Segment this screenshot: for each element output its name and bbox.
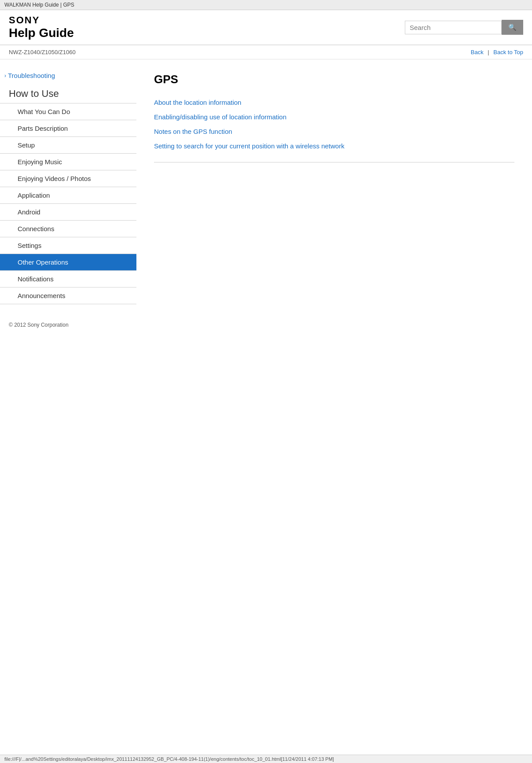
content-link-item: Setting to search for your current posit… <box>154 139 514 153</box>
page-footer: © 2012 Sony Corporation <box>0 313 532 337</box>
sidebar-item-notifications[interactable]: Notifications <box>0 270 136 287</box>
sidebar-item-enjoying-music[interactable]: Enjoying Music <box>0 153 136 170</box>
sidebar-item-application[interactable]: Application <box>0 187 136 203</box>
site-header: SONY Help Guide 🔍 <box>0 10 532 45</box>
sub-header-links: Back | Back to Top <box>468 49 523 55</box>
content-link-item: Enabling/disabling use of location infor… <box>154 110 514 124</box>
search-input[interactable] <box>405 21 502 34</box>
sidebar-item-parts-description[interactable]: Parts Description <box>0 120 136 136</box>
search-button[interactable]: 🔍 <box>502 20 523 35</box>
pipe-separator: | <box>488 49 489 55</box>
sidebar: › Troubleshooting How to Use What You Ca… <box>0 59 136 313</box>
search-section: 🔍 <box>405 20 523 35</box>
troubleshooting-section: › Troubleshooting <box>0 68 136 86</box>
content-link-link2[interactable]: Enabling/disabling use of location infor… <box>154 113 286 121</box>
main-content: › Troubleshooting How to Use What You Ca… <box>0 59 532 313</box>
help-guide-title: Help Guide <box>9 26 74 40</box>
browser-title-bar: WALKMAN Help Guide | GPS <box>0 0 532 10</box>
content-link-link3[interactable]: Notes on the GPS function <box>154 128 232 135</box>
sidebar-item-what-you-can-do[interactable]: What You Can Do <box>0 103 136 120</box>
sidebar-item-settings[interactable]: Settings <box>0 237 136 254</box>
content-link-link4[interactable]: Setting to search for your current posit… <box>154 142 345 150</box>
logo-section: SONY Help Guide <box>9 15 74 40</box>
sidebar-item-android[interactable]: Android <box>0 203 136 220</box>
content-links-list: About the location informationEnabling/d… <box>154 95 514 153</box>
sidebar-items-container: What You Can DoParts DescriptionSetupEnj… <box>0 103 136 304</box>
sony-logo: SONY <box>9 15 74 26</box>
back-to-top-link[interactable]: Back to Top <box>493 49 523 55</box>
content-link-item: Notes on the GPS function <box>154 124 514 139</box>
copyright-text: © 2012 Sony Corporation <box>9 322 69 328</box>
content-link-item: About the location information <box>154 95 514 110</box>
page-title: GPS <box>154 73 514 86</box>
sidebar-item-other-operations[interactable]: Other Operations <box>0 254 136 270</box>
page-wrapper: SONY Help Guide 🔍 NWZ-Z1040/Z1050/Z1060 … <box>0 10 532 337</box>
content-divider <box>154 162 514 162</box>
content-area: GPS About the location informationEnabli… <box>136 59 532 313</box>
troubleshooting-label: Troubleshooting <box>8 72 55 79</box>
troubleshooting-link[interactable]: › Troubleshooting <box>4 72 128 79</box>
sidebar-item-connections[interactable]: Connections <box>0 220 136 237</box>
sidebar-item-enjoying-videos-photos[interactable]: Enjoying Videos / Photos <box>0 170 136 187</box>
content-link-link1[interactable]: About the location information <box>154 99 241 106</box>
device-model: NWZ-Z1040/Z1050/Z1060 <box>9 49 76 55</box>
chevron-right-icon: › <box>4 73 6 79</box>
sidebar-item-announcements[interactable]: Announcements <box>0 287 136 304</box>
sub-header: NWZ-Z1040/Z1050/Z1060 Back | Back to Top <box>0 45 532 59</box>
how-to-use-heading: How to Use <box>0 86 136 103</box>
back-link[interactable]: Back <box>471 49 484 55</box>
browser-title-text: WALKMAN Help Guide | GPS <box>4 2 74 8</box>
sidebar-item-setup[interactable]: Setup <box>0 136 136 153</box>
